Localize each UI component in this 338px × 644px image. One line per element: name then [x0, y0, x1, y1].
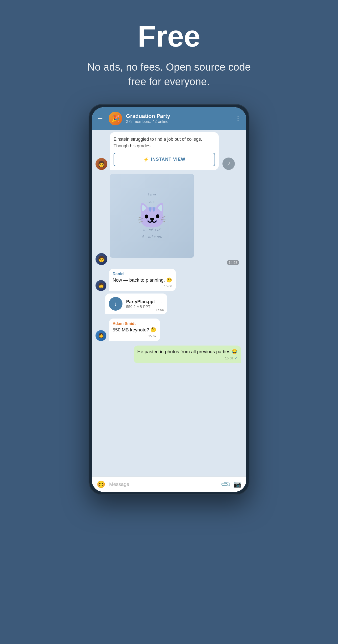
share-button[interactable]: ↗ — [222, 158, 235, 170]
bolt-icon: ⚡ — [143, 157, 149, 162]
hero-subtitle: No ads, no fees. Open source code free f… — [82, 60, 256, 89]
camera-button[interactable]: 📷 — [233, 480, 241, 488]
file-info: PartyPlan.ppt 550.2 MB PPT — [126, 299, 155, 308]
message-row-daniel: 🧑 Daniel Now — back to planning. 😉 15:06 — [92, 268, 246, 292]
article-bubble: Einstein struggled to find a job out of … — [110, 132, 219, 170]
bubble-time-adam: 15:07 — [148, 334, 157, 338]
file-bubble[interactable]: ↓ PartyPlan.ppt 550.2 MB PPT ⋮ 15:06 — [105, 294, 167, 314]
bubble-footer-adam: 15:07 — [113, 334, 156, 338]
sender-name-adam: Adam Smidt — [113, 322, 156, 326]
bubble-text-outgoing: He pasted in photos from all previous pa… — [137, 348, 238, 355]
sticker-wrapper: l = πr A = V = l³ P = 2πr A = πr² s = √r… — [110, 174, 243, 265]
group-name: Graduation Party — [126, 113, 231, 120]
chat-area: 👩 Einstein struggled to find a job out o… — [92, 130, 246, 476]
bubble-footer-outgoing: 15:08 ✓ — [137, 356, 238, 360]
file-name: PartyPlan.ppt — [126, 299, 155, 304]
message-input[interactable]: Message — [109, 482, 218, 487]
bubble-text-daniel: Now — back to planning. 😉 — [113, 277, 172, 284]
bubble-text-adam: 550 MB keynote? 🤔 — [113, 327, 156, 334]
phone-frame: ← 🎉 Graduation Party 278 members, 42 onl… — [89, 104, 249, 495]
phone-screen: ← 🎉 Graduation Party 278 members, 42 onl… — [92, 107, 246, 492]
message-row-file: ↓ PartyPlan.ppt 550.2 MB PPT ⋮ 15:06 — [105, 292, 243, 315]
sticker-message: 🧑 l = πr A = V = l³ P = 2πr A = πr² s = … — [92, 171, 246, 268]
user-avatar-adam: 🧔 — [95, 330, 106, 341]
bubble-outgoing: He pasted in photos from all previous pa… — [134, 346, 241, 364]
file-more-button[interactable]: ⋮ — [159, 301, 164, 307]
file-download-icon[interactable]: ↓ — [109, 297, 122, 310]
message-row-adam: 🧔 Adam Smidt 550 MB keynote? 🤔 15:07 — [92, 317, 246, 342]
message-row-outgoing: He pasted in photos from all previous pa… — [92, 344, 246, 365]
sticker-time: 14:58 — [227, 260, 239, 265]
article-text: Einstein struggled to find a job out of … — [114, 136, 215, 149]
group-avatar: 🎉 — [109, 112, 122, 125]
checkmark-icon: ✓ — [234, 356, 238, 360]
instant-view-button[interactable]: ⚡ INSTANT VIEW — [114, 153, 215, 166]
bubble-time-outgoing: 15:08 — [225, 356, 233, 360]
user-avatar-daniel: 🧑 — [95, 280, 106, 291]
hero-title: Free — [82, 20, 256, 52]
chat-header: ← 🎉 Graduation Party 278 members, 42 onl… — [92, 107, 246, 130]
emoji-button[interactable]: 😊 — [97, 480, 105, 488]
sticker-image: l = πr A = V = l³ P = 2πr A = πr² s = √r… — [110, 174, 194, 258]
bubble-footer-daniel: 15:06 — [113, 284, 172, 288]
sender-name-daniel: Daniel — [113, 272, 172, 276]
more-button[interactable]: ⋮ — [235, 115, 241, 122]
user-avatar-boy1: 🧑 — [95, 253, 107, 265]
hero-section: Free No ads, no fees. Open source code f… — [72, 0, 266, 104]
group-meta: 278 members, 42 online — [126, 120, 231, 124]
bubble-daniel: Daniel Now — back to planning. 😉 15:06 — [109, 269, 176, 291]
instant-view-label: INSTANT VIEW — [151, 157, 186, 162]
group-info: Graduation Party 278 members, 42 online — [126, 113, 231, 124]
file-size: 550.2 MB PPT — [126, 304, 155, 308]
bubble-time-daniel: 15:06 — [164, 284, 172, 288]
file-time: 15:06 — [156, 308, 164, 312]
back-button[interactable]: ← — [97, 114, 104, 122]
attach-button[interactable]: 📎 — [220, 479, 231, 490]
cat-sticker: 🐱 — [137, 201, 168, 230]
user-avatar-girl: 👩 — [95, 158, 107, 170]
file-time-footer: 15:06 — [156, 308, 164, 312]
article-message: 👩 Einstein struggled to find a job out o… — [92, 130, 246, 171]
message-input-bar: 😊 Message 📎 📷 — [92, 476, 246, 492]
bubble-adam: Adam Smidt 550 MB keynote? 🤔 15:07 — [109, 318, 160, 341]
